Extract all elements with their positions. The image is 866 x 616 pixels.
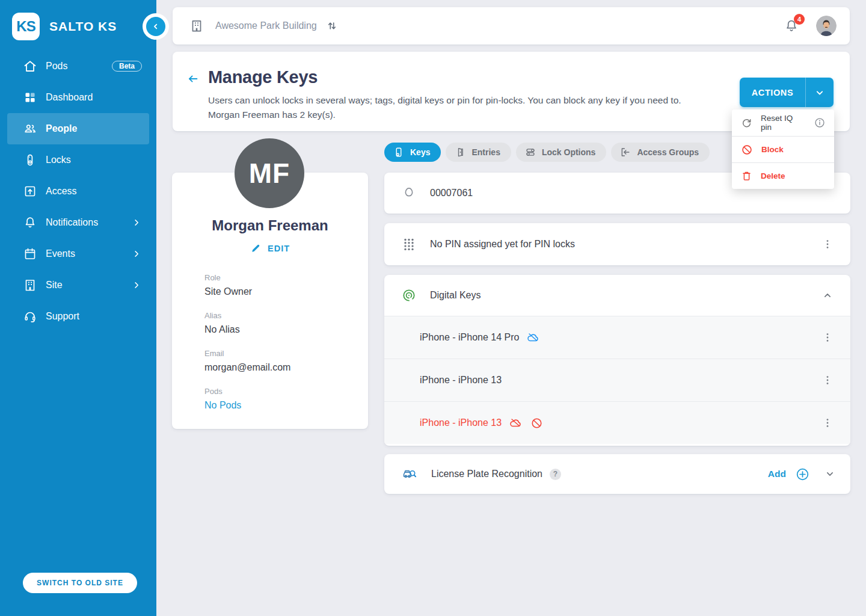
actions-dropdown-menu: Reset IQ pin Block Delete [732,109,834,189]
pin-status: No PIN assigned yet for PIN locks [430,239,575,250]
tab-label: Keys [410,147,430,157]
field-label: Email [204,349,368,358]
plus-circle-icon[interactable] [796,467,809,481]
block-icon [530,417,543,430]
add-plate-button[interactable]: Add [768,469,786,479]
profile-avatar: MF [235,138,304,208]
bell-icon [23,215,37,230]
field-value: Site Owner [204,286,368,297]
cloud-off-icon [526,331,539,344]
digital-key-label: iPhone - iPhone 13 [420,375,502,386]
car-search-icon [402,466,417,482]
page-description-line1: Users can unlock locks in several ways; … [208,93,681,108]
no-pods-link[interactable]: No Pods [204,400,368,411]
pencil-icon [250,242,262,254]
sidebar-collapse-button[interactable] [146,17,165,36]
dashboard-icon [23,90,37,105]
door-icon [454,146,466,158]
sidebar-item-label: Events [46,248,75,259]
chevron-right-icon [131,217,142,228]
kebab-menu-icon[interactable] [819,372,836,389]
chevron-up-icon[interactable] [819,287,836,304]
toggles-icon [524,146,536,158]
sidebar-item-access[interactable]: Access [7,176,149,207]
menu-item-block[interactable]: Block [732,136,834,162]
sidebar: KS SALTO KS Pods Beta Dashboard People [0,0,156,616]
menu-item-label: Delete [761,171,785,180]
keypad-dots-icon [402,237,416,251]
site-name: Awesome Park Building [215,20,317,31]
building-icon [23,278,37,292]
edit-button[interactable]: EDIT [172,242,368,254]
sidebar-item-site[interactable]: Site [7,270,149,301]
menu-item-reset-iq-pin[interactable]: Reset IQ pin [732,109,834,136]
key-tabs: Keys Entries Lock Options Access Groups [384,143,710,162]
pin-key-row: No PIN assigned yet for PIN locks [384,223,850,265]
tab-label: Access Groups [637,147,699,157]
info-icon[interactable] [814,117,826,129]
sidebar-item-label: Locks [46,155,71,165]
field-label: Role [204,273,368,282]
sidebar-item-label: Support [46,311,79,322]
kebab-menu-icon[interactable] [819,329,836,346]
cloud-off-icon [509,416,522,430]
people-icon [23,122,37,136]
chevron-right-icon [131,280,142,291]
digital-key-label: iPhone - iPhone 13 [420,417,502,428]
tab-access-groups[interactable]: Access Groups [611,143,710,162]
sidebar-nav: Pods Beta Dashboard People Locks Acces [0,51,156,332]
logo-monogram: KS [12,13,40,40]
user-avatar[interactable] [816,16,837,36]
tab-label: Entries [471,147,500,157]
lock-icon [23,153,37,167]
digital-key-label: iPhone - iPhone 14 Pro [420,332,519,343]
sidebar-item-pods[interactable]: Pods Beta [7,51,149,82]
help-icon[interactable]: ? [550,469,561,480]
sidebar-item-label: Site [46,280,63,291]
back-arrow-icon[interactable] [186,72,200,85]
sort-arrows-icon[interactable] [325,19,339,32]
sidebar-item-support[interactable]: Support [7,301,149,332]
digital-key-spiral-icon [402,288,416,303]
sidebar-item-label: Notifications [46,217,98,228]
field-label: Alias [204,311,368,320]
profile-field-alias: Alias No Alias [204,311,368,335]
sidebar-item-notifications[interactable]: Notifications [7,207,149,238]
sidebar-item-dashboard[interactable]: Dashboard [7,82,149,113]
tab-keys[interactable]: Keys [384,143,441,162]
main-content: Awesome Park Building 4 Manage Keys [156,0,866,616]
actions-button[interactable]: ACTIONS [740,78,834,107]
block-icon [741,144,753,156]
profile-field-pods: Pods No Pods [204,387,368,411]
sidebar-item-people[interactable]: People [7,113,149,144]
profile-field-email: Email morgan@email.com [204,349,368,373]
menu-item-delete[interactable]: Delete [732,162,834,189]
tab-lock-options[interactable]: Lock Options [516,143,606,162]
profile-field-role: Role Site Owner [204,273,368,297]
sidebar-item-events[interactable]: Events [7,238,149,270]
license-plate-recognition-row: License Plate Recognition ? Add [384,454,850,494]
digital-key-row-iphone-13: iPhone - iPhone 13 [384,359,850,401]
chevron-down-icon[interactable] [824,468,836,480]
kebab-menu-icon[interactable] [819,414,836,431]
notification-count-badge: 4 [794,14,805,25]
tab-entries[interactable]: Entries [446,143,511,162]
chevron-down-icon [806,87,834,99]
logo-text: SALTO KS [49,19,117,34]
actions-button-label: ACTIONS [740,88,805,97]
kebab-menu-icon[interactable] [819,236,836,253]
menu-item-label: Block [761,145,784,154]
notifications-bell-button[interactable]: 4 [784,18,799,34]
profile-initials: MF [249,157,290,189]
field-label: Pods [204,387,368,396]
home-icon [23,59,37,73]
switch-to-old-site-button[interactable]: SWITCH TO OLD SITE [23,573,137,593]
digital-keys-header[interactable]: Digital Keys [384,275,850,316]
page-title: Manage Keys [208,67,681,87]
digital-key-row-iphone-14-pro: iPhone - iPhone 14 Pro [384,316,850,359]
field-value: morgan@email.com [204,362,368,373]
digital-key-row-iphone-13-blocked: iPhone - iPhone 13 [384,401,850,444]
digital-keys-card: Digital Keys iPhone - iPhone 14 Pro iPho… [384,275,850,446]
sidebar-item-locks[interactable]: Locks [7,144,149,176]
digital-keys-title: Digital Keys [430,290,481,301]
